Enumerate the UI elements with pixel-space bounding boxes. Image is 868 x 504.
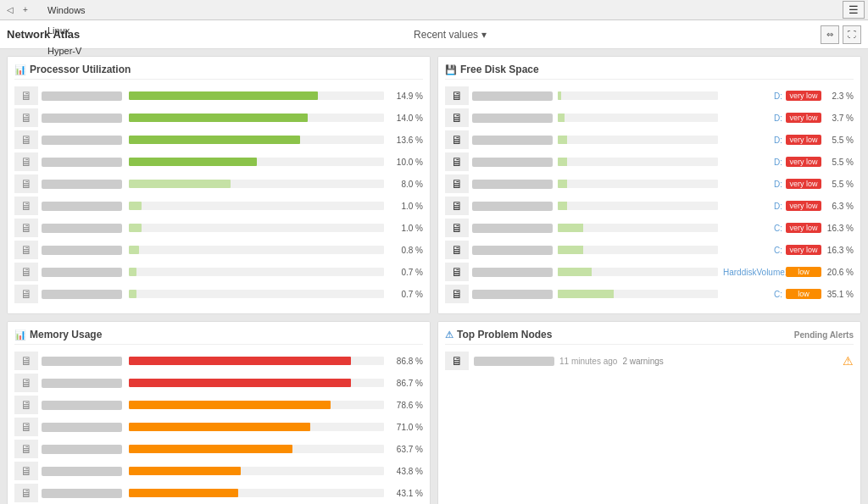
device-icon: [14, 152, 38, 171]
disk-value: 5.5 %: [825, 180, 854, 189]
bar-container: [129, 445, 384, 453]
disk-bar-fill: [558, 136, 567, 144]
drive-letter: C:: [723, 290, 782, 299]
bar-fill: [129, 423, 310, 431]
device-label: ████████████: [42, 91, 122, 101]
list-item[interactable]: ████████████ 1.0 %: [14, 219, 423, 237]
list-item[interactable]: 🖥 ████████████ 11 minutes ago 2 warnings…: [445, 352, 854, 370]
disk-bar-fill: [558, 268, 592, 276]
disk-device-icon: 🖥: [445, 285, 469, 303]
list-item[interactable]: 🖥 ████████████ C: low 35.1 %: [445, 285, 854, 303]
disk-label: ████████████: [472, 91, 553, 101]
bar-fill: [129, 357, 351, 365]
problem-icon: ⚠: [445, 330, 453, 341]
list-item[interactable]: 🖥 ████████████ D: very low 2.3 %: [445, 86, 854, 105]
processor-rows: ████████████ 14.9 % ████████████ 14.0 % …: [14, 86, 423, 303]
list-item[interactable]: 🖥 ████████████ HarddiskVolume1 low 20.6 …: [445, 263, 854, 281]
disk-bar-fill: [558, 202, 567, 210]
recent-values-dropdown[interactable]: Recent values ▾: [414, 29, 487, 41]
list-item[interactable]: 🖥 ████████████ D: very low 3.7 %: [445, 108, 854, 127]
menu-icon[interactable]: ☰: [843, 1, 865, 19]
list-item[interactable]: ████████████ 71.0 %: [14, 418, 423, 436]
disk-bar-fill: [558, 180, 567, 188]
disk-bar-container: [558, 91, 718, 100]
device-icon: [14, 484, 38, 502]
processor-icon: 📊: [14, 64, 26, 75]
nav-tab-windows[interactable]: Windows: [39, 0, 94, 20]
bar-container: [129, 268, 384, 276]
list-item[interactable]: 🖥 ████████████████ D: very low 5.5 %: [445, 130, 854, 149]
list-item[interactable]: 🖥 ████████████ D: very low 5.5 %: [445, 152, 854, 171]
back-icon[interactable]: ◁: [3, 3, 17, 17]
disk-bar-container: [558, 136, 718, 144]
bar-value: 63.7 %: [391, 445, 423, 454]
recent-values-label: Recent values: [414, 29, 478, 41]
disk-value: 20.6 %: [825, 268, 854, 277]
status-badge: very low: [786, 113, 821, 123]
bar-container: [129, 246, 384, 254]
status-badge: very low: [786, 91, 821, 101]
list-item[interactable]: ████████████ 43.1 %: [14, 484, 423, 502]
pending-alerts-label: Pending Alerts: [794, 330, 854, 340]
disk-value: 5.5 %: [825, 136, 854, 145]
list-item[interactable]: ████████████ 14.0 %: [14, 108, 423, 127]
list-item[interactable]: 🖥 ████████████ D: very low 5.5 %: [445, 174, 854, 193]
list-item[interactable]: ████████████ 8.0 %: [14, 174, 423, 193]
free-disk-panel-title: 💾 Free Disk Space: [445, 64, 854, 80]
disk-device-icon: 🖥: [445, 108, 469, 127]
disk-bar-fill: [558, 114, 565, 122]
expand-button[interactable]: ⇔: [821, 25, 839, 44]
bar-container: [129, 114, 384, 122]
list-item[interactable]: ████████████ 43.8 %: [14, 462, 423, 480]
disk-device-icon: 🖥: [445, 86, 469, 105]
device-icon: [14, 285, 38, 303]
list-item[interactable]: ████████████ 1.0 %: [14, 197, 423, 215]
status-badge: low: [786, 289, 821, 299]
list-item[interactable]: 🖥 ████████████ C: very low 16.3 %: [445, 219, 854, 237]
fullscreen-button[interactable]: ⛶: [843, 25, 861, 44]
list-item[interactable]: ████████████ 0.8 %: [14, 241, 423, 259]
list-item[interactable]: ████████████ 0.7 %: [14, 285, 423, 303]
add-icon[interactable]: +: [19, 3, 32, 17]
disk-value: 35.1 %: [825, 290, 854, 299]
problem-panel: ⚠ Top Problem Nodes Pending Alerts 🖥 ███…: [437, 321, 861, 504]
device-icon: [14, 462, 38, 480]
bar-value: 78.6 %: [391, 401, 423, 410]
list-item[interactable]: ████████████ 86.8 %: [14, 352, 423, 370]
bar-value: 1.0 %: [391, 202, 423, 211]
list-item[interactable]: ████████████████ 78.6 %: [14, 396, 423, 414]
list-item[interactable]: ████████████ 0.7 %: [14, 263, 423, 281]
device-label: ████████████: [42, 224, 122, 233]
drive-letter: D:: [723, 91, 782, 101]
device-icon: [14, 374, 38, 392]
device-label: ████████████: [42, 489, 122, 498]
device-label: ████████████: [42, 290, 122, 299]
list-item[interactable]: ████████████ 14.9 %: [14, 86, 423, 105]
list-item[interactable]: ████████████████ 13.6 %: [14, 130, 423, 149]
device-icon: [14, 86, 38, 105]
processor-title-label: Processor Utilization: [30, 64, 131, 75]
problem-time: 11 minutes ago: [559, 357, 617, 366]
status-badge: very low: [786, 157, 821, 167]
status-badge: very low: [786, 201, 821, 211]
disk-bar-fill: [558, 290, 614, 298]
disk-value: 2.3 %: [825, 91, 854, 101]
list-item[interactable]: ████████████ 10.0 %: [14, 152, 423, 171]
list-item[interactable]: 🖥 ████████████ C: very low 16.3 %: [445, 241, 854, 259]
device-icon: [14, 263, 38, 281]
device-label: ████████████: [42, 379, 122, 388]
device-icon: [14, 418, 38, 436]
dropdown-icon: ▾: [481, 29, 487, 41]
bar-value: 0.7 %: [391, 290, 423, 299]
device-label: ████████████: [42, 357, 122, 366]
list-item[interactable]: 🖥 ████████████ D: very low 6.3 %: [445, 197, 854, 215]
problem-label: ████████████: [474, 357, 554, 366]
device-label: ████████████: [42, 202, 122, 211]
list-item[interactable]: ████████████ 63.7 %: [14, 440, 423, 458]
device-icon: [14, 352, 38, 370]
memory-panel-title: 📊 Memory Usage: [14, 329, 423, 345]
list-item[interactable]: ████████████ 86.7 %: [14, 374, 423, 392]
status-badge: very low: [786, 245, 821, 255]
bar-container: [129, 379, 384, 387]
status-badge: very low: [786, 135, 821, 145]
